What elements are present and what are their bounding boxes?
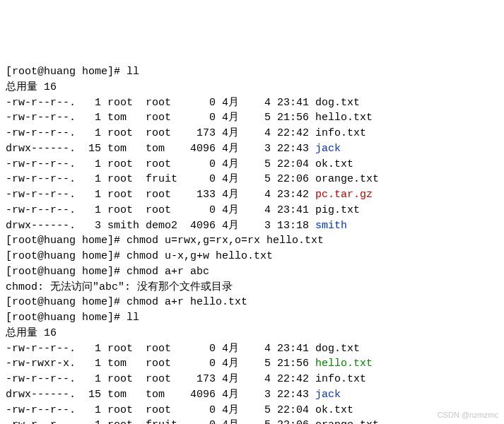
file-name: info.txt [315, 127, 366, 139]
file-entry: -rw-r--r--. 1 root root 133 4月 4 23:42 p… [6, 187, 498, 203]
file-name: orange.txt [315, 419, 379, 424]
file-name: pc.tar.gz [315, 189, 373, 201]
file-name: ok.txt [315, 158, 353, 170]
file-entry: -rw-r--r--. 1 root fruit 0 4月 5 22:06 or… [6, 418, 498, 424]
file-entry: drwx------. 3 smith demo2 4096 4月 3 13:1… [6, 218, 498, 234]
total-line: 总用量 16 [6, 326, 498, 341]
file-name: smith [315, 220, 347, 232]
file-entry: -rw-r--r--. 1 root fruit 0 4月 5 22:06 or… [6, 172, 498, 187]
file-entry: -rw-r--r--. 1 root root 173 4月 4 22:42 i… [6, 126, 498, 141]
watermark: CSDN @nzmzmc [438, 410, 498, 421]
file-entry: -rw-rwxr-x. 1 tom root 0 4月 5 21:56 hell… [6, 356, 498, 372]
file-name: hello.txt [315, 112, 373, 124]
prompt-line[interactable]: [root@huang home]# chmod u=rwx,g=rx,o=rx… [6, 233, 498, 249]
file-entry: -rw-r--r--. 1 root root 0 4月 4 23:41 pig… [6, 203, 498, 218]
file-name: jack [315, 143, 341, 155]
file-entry: -rw-r--r--. 1 tom root 0 4月 5 21:56 hell… [6, 110, 498, 126]
error-line: chmod: 无法访问"abc": 没有那个文件或目录 [6, 280, 498, 295]
file-name: jack [315, 389, 341, 401]
total-line: 总用量 16 [6, 80, 498, 95]
file-name: pig.txt [315, 204, 360, 216]
file-entry: -rw-r--r--. 1 root root 0 4月 4 23:41 dog… [6, 95, 498, 111]
file-entry: drwx------. 15 tom tom 4096 4月 3 22:43 j… [6, 387, 498, 403]
file-name: info.txt [315, 373, 366, 385]
file-entry: -rw-r--r--. 1 root root 173 4月 4 22:42 i… [6, 372, 498, 387]
file-name: orange.txt [315, 173, 379, 185]
prompt-line[interactable]: [root@huang home]# chmod u-x,g+w hello.t… [6, 249, 498, 264]
file-name: ok.txt [315, 404, 353, 416]
file-entry: -rw-r--r--. 1 root root 0 4月 5 22:04 ok.… [6, 157, 498, 172]
file-entry: -rw-r--r--. 1 root root 0 4月 5 22:04 ok.… [6, 403, 498, 418]
file-name: hello.txt [315, 358, 373, 370]
file-name: dog.txt [315, 97, 360, 109]
file-entry: drwx------. 15 tom tom 4096 4月 3 22:43 j… [6, 141, 498, 157]
prompt-line[interactable]: [root@huang home]# chmod a+r hello.txt [6, 295, 498, 310]
prompt-line[interactable]: [root@huang home]# chmod a+r abc [6, 264, 498, 280]
file-name: dog.txt [315, 343, 360, 355]
prompt-line[interactable]: [root@huang home]# ll [6, 310, 498, 326]
prompt-line[interactable]: [root@huang home]# ll [6, 64, 498, 80]
terminal-output: [root@huang home]# ll总用量 16-rw-r--r--. 1… [6, 64, 498, 424]
file-entry: -rw-r--r--. 1 root root 0 4月 4 23:41 dog… [6, 341, 498, 357]
